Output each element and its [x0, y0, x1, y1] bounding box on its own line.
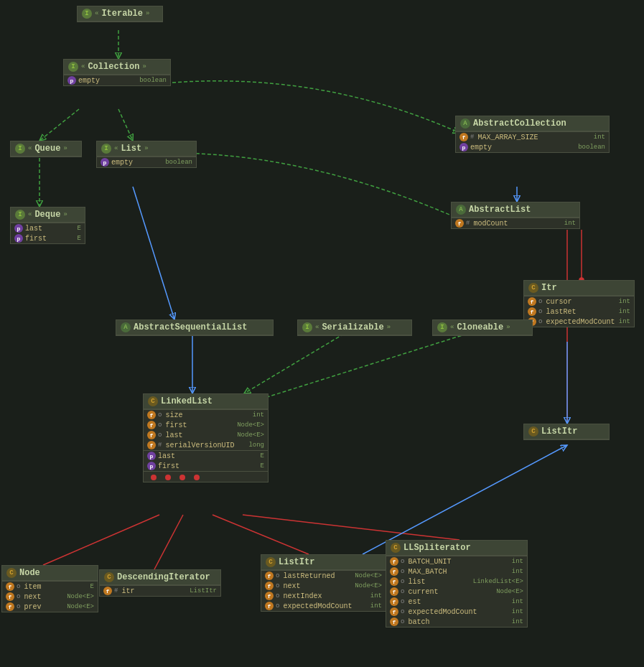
icon-p: p: [14, 234, 23, 243]
icon-itr: C: [528, 283, 538, 293]
box-collection: I « Collection » p empty boolean: [63, 59, 171, 86]
node-prev-row: f o prev Node<E>: [2, 602, 98, 612]
icon-f: f: [103, 587, 112, 595]
box-abstractsequentiallist: A AbstractSequentialList: [116, 319, 274, 336]
icon-p: p: [459, 143, 468, 151]
list-empty-row: p empty boolean: [97, 157, 196, 167]
node-next-row: f o next Node<E>: [2, 592, 98, 602]
icon-f: f: [6, 602, 14, 611]
icon-p: p: [147, 452, 156, 460]
icon-abstractlist: A: [456, 205, 466, 215]
box-node: C Node f o item E f o next Node<E> f o p…: [1, 565, 98, 612]
box-listitr-bot: C ListItr f o lastReturned Node<E> f o n…: [261, 554, 386, 612]
icon-f: f: [265, 582, 274, 590]
box-linkedlist: C LinkedList f o size int f o first Node…: [143, 393, 269, 482]
icon-serializable: I: [302, 322, 312, 332]
itr-expectedmod-row: f o expectedModCount int: [524, 317, 634, 327]
box-deque: I « Deque » p last E p first E: [10, 207, 85, 244]
icon-abstractsequentiallist: A: [121, 322, 131, 332]
header-queue: I « Queue »: [11, 141, 81, 157]
header-collection: I « Collection »: [64, 60, 170, 75]
icon-f: f: [390, 557, 398, 566]
icon-f: f: [390, 597, 398, 606]
listitr-nextindex-row: f o nextIndex int: [261, 591, 386, 601]
svg-line-13: [154, 515, 183, 569]
ac-maxarray-row: f # MAX_ARRAY_SIZE int: [456, 131, 609, 142]
header-listitr-bot: C ListItr: [261, 555, 386, 570]
icon-f: f: [390, 587, 398, 596]
icon-p: p: [67, 76, 76, 85]
deque-last-row: p last E: [11, 223, 85, 233]
box-list: I « List » p empty boolean: [96, 141, 197, 168]
header-node: C Node: [2, 566, 98, 581]
icon-f: f: [390, 567, 398, 576]
svg-line-2: [118, 109, 133, 141]
icon-listitr-top: C: [528, 426, 538, 437]
box-cloneable: I « Cloneable »: [432, 319, 533, 336]
header-descendingiterator: C DescendingIterator: [100, 570, 220, 585]
box-llspliterator: C LLSpliterator f o BATCH_UNIT int f o M…: [386, 540, 528, 628]
lls-batch-row: f o batch int: [386, 617, 527, 627]
header-linkedlist: C LinkedList: [144, 394, 268, 409]
icon-f: f: [265, 602, 274, 610]
icon-p: p: [147, 462, 156, 470]
header-abstractcollection: A AbstractCollection: [456, 116, 609, 131]
dot4: [194, 475, 200, 480]
box-listitr-top: C ListItr: [523, 424, 610, 440]
ll-first-row: f o first Node<E>: [144, 420, 268, 430]
icon-f: f: [265, 592, 274, 600]
svg-line-12: [43, 515, 159, 565]
icon-f: f: [390, 617, 398, 626]
listitr-next-row: f o next Node<E>: [261, 581, 386, 591]
itr-lastret-row: f o lastRet int: [524, 307, 634, 317]
svg-line-1: [39, 109, 79, 141]
ll-serialuid-row: f # serialVersionUID long: [144, 440, 268, 450]
icon-f: f: [147, 431, 156, 439]
icon-f: f: [147, 411, 156, 419]
icon-iterable: I: [82, 9, 92, 19]
icon-queue: I: [15, 144, 25, 154]
ll-last-row: f o last Node<E>: [144, 430, 268, 440]
icon-f: f: [265, 572, 274, 580]
header-llspliterator: C LLSpliterator: [386, 541, 527, 556]
icon-f: f: [390, 607, 398, 616]
lls-maxbatch-row: f o MAX_BATCH int: [386, 566, 527, 577]
icon-linkedlist: C: [148, 396, 158, 406]
dot3: [179, 475, 185, 480]
header-iterable: I « Iterable »: [78, 6, 162, 22]
icon-f: f: [528, 307, 536, 316]
header-cloneable: I « Cloneable »: [433, 320, 532, 335]
icon-f: f: [147, 441, 156, 449]
dot2: [165, 475, 171, 480]
icon-listitr-bot: C: [266, 557, 276, 567]
ll-size-row: f o size int: [144, 409, 268, 420]
lls-batchunit-row: f o BATCH_UNIT int: [386, 556, 527, 566]
header-abstractlist: A AbstractList: [452, 202, 579, 218]
svg-line-14: [213, 515, 309, 554]
header-listitr-top: C ListItr: [524, 424, 609, 439]
header-itr: C Itr: [524, 281, 634, 296]
icon-f: f: [459, 133, 468, 141]
listitr-lr-row: f o lastReturned Node<E>: [261, 570, 386, 581]
listitr-emc-row: f o expectedModCount int: [261, 601, 386, 611]
lls-current-row: f o current Node<E>: [386, 587, 527, 597]
collection-empty-row: p empty boolean: [64, 75, 170, 85]
icon-f: f: [528, 297, 536, 306]
itr-cursor-row: f o cursor int: [524, 296, 634, 307]
ac-empty-row: p empty boolean: [456, 142, 609, 152]
svg-line-16: [363, 445, 567, 554]
diagram: I « Iterable » I « Collection » p empty …: [0, 0, 644, 667]
box-descendingiterator: C DescendingIterator f # itr ListItr: [99, 569, 221, 597]
al-modcount-row: f # modCount int: [452, 218, 579, 228]
lls-list-row: f o list LinkedList<E>: [386, 577, 527, 587]
node-item-row: f o item E: [2, 581, 98, 592]
svg-line-8: [133, 187, 174, 319]
header-deque: I « Deque »: [11, 207, 85, 223]
icon-f: f: [390, 577, 398, 586]
deque-first-row: p first E: [11, 233, 85, 243]
icon-f: f: [6, 592, 14, 601]
box-itr: C Itr f o cursor int f o lastRet int f o…: [523, 280, 635, 327]
box-abstractlist: A AbstractList f # modCount int: [451, 202, 580, 229]
svg-line-15: [243, 515, 459, 540]
icon-node: C: [6, 568, 17, 578]
